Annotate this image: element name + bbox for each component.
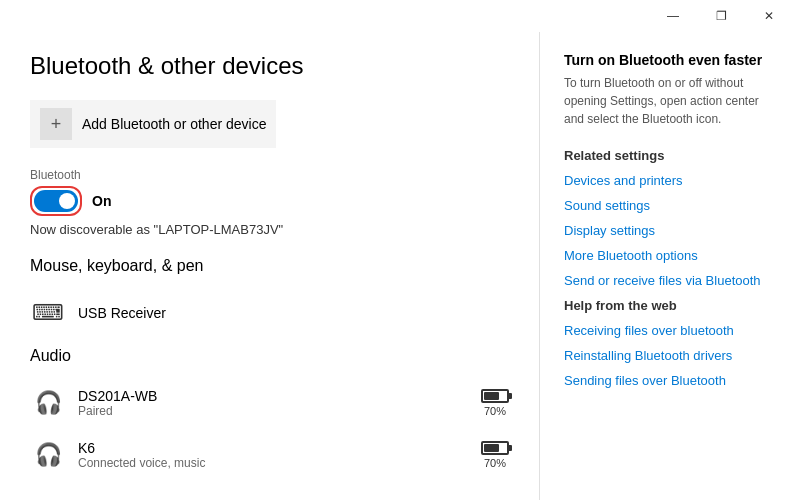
bluetooth-toggle[interactable] (34, 190, 78, 212)
plus-icon: + (40, 108, 72, 140)
add-device-button[interactable]: + Add Bluetooth or other device (30, 100, 276, 148)
battery-fill-2 (484, 444, 499, 452)
faster-title: Turn on Bluetooth even faster (564, 52, 776, 68)
audio-device-2-name: K6 (78, 440, 469, 456)
add-device-label: Add Bluetooth or other device (82, 116, 266, 132)
battery-icon-1 (481, 389, 509, 403)
display-settings-link[interactable]: Display settings (564, 223, 776, 238)
faster-description: To turn Bluetooth on or off without open… (564, 74, 776, 128)
maximize-button[interactable]: ❐ (698, 0, 744, 32)
audio-device-1-info: DS201A-WB Paired (78, 388, 469, 418)
right-panel: Turn on Bluetooth even faster To turn Bl… (540, 32, 800, 500)
mouse-section-header: Mouse, keyboard, & pen (30, 257, 509, 275)
keyboard-icon: ⌨ (30, 295, 66, 331)
help-from-web-header: Help from the web (564, 298, 776, 313)
toggle-knob (59, 193, 75, 209)
battery-fill-1 (484, 392, 499, 400)
page-title: Bluetooth & other devices (30, 52, 509, 80)
more-bluetooth-options-link[interactable]: More Bluetooth options (564, 248, 776, 263)
sending-files-link[interactable]: Sending files over Bluetooth (564, 373, 776, 388)
toggle-container (30, 186, 82, 216)
audio-device-2-info: K6 Connected voice, music (78, 440, 469, 470)
send-receive-files-link[interactable]: Send or receive files via Bluetooth (564, 273, 776, 288)
toggle-state-label: On (92, 193, 111, 209)
devices-printers-link[interactable]: Devices and printers (564, 173, 776, 188)
close-button[interactable]: ✕ (746, 0, 792, 32)
headphone-icon-2: 🎧 (30, 437, 66, 473)
audio-section-header: Audio (30, 347, 509, 365)
audio-device-1: 🎧 DS201A-WB Paired 70% (30, 379, 509, 427)
bluetooth-toggle-row: On (30, 186, 509, 216)
title-bar-controls: — ❐ ✕ (650, 0, 792, 32)
headphone-icon-1: 🎧 (30, 385, 66, 421)
battery-pct-1: 70% (484, 405, 506, 417)
left-panel: Bluetooth & other devices + Add Bluetoot… (0, 32, 540, 500)
window: — ❐ ✕ Bluetooth & other devices + Add Bl… (0, 0, 800, 500)
audio-device-2-status: Connected voice, music (78, 456, 469, 470)
audio-device-2: 🎧 K6 Connected voice, music 70% (30, 431, 509, 479)
usb-receiver-item: ⌨ USB Receiver (30, 289, 509, 337)
audio-device-1-name: DS201A-WB (78, 388, 469, 404)
audio-device-1-status: Paired (78, 404, 469, 418)
battery-pct-2: 70% (484, 457, 506, 469)
minimize-button[interactable]: — (650, 0, 696, 32)
battery-icon-2 (481, 441, 509, 455)
battery-indicator-1: 70% (481, 389, 509, 417)
related-settings-header: Related settings (564, 148, 776, 163)
title-bar: — ❐ ✕ (0, 0, 800, 32)
usb-receiver-info: USB Receiver (78, 305, 509, 321)
reinstalling-drivers-link[interactable]: Reinstalling Bluetooth drivers (564, 348, 776, 363)
discoverable-text: Now discoverable as "LAPTOP-LMAB73JV" (30, 222, 509, 237)
battery-indicator-2: 70% (481, 441, 509, 469)
usb-receiver-name: USB Receiver (78, 305, 509, 321)
receiving-files-link[interactable]: Receiving files over bluetooth (564, 323, 776, 338)
bluetooth-section-label: Bluetooth (30, 168, 509, 182)
sound-settings-link[interactable]: Sound settings (564, 198, 776, 213)
content-area: Bluetooth & other devices + Add Bluetoot… (0, 32, 800, 500)
